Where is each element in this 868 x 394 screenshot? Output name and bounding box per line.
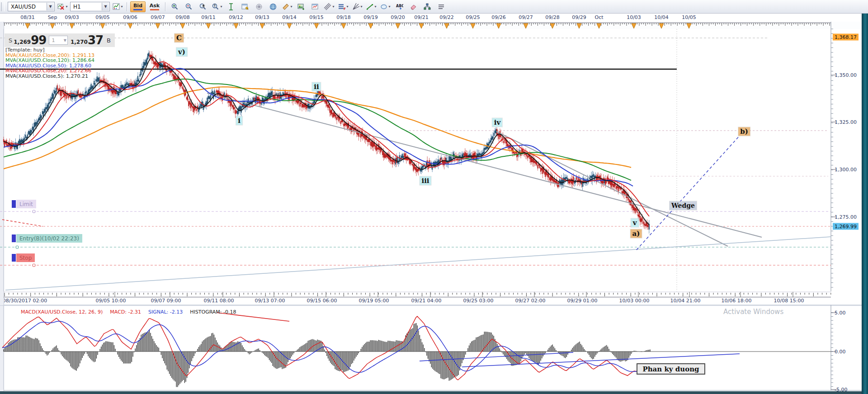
- amount-value: 1: [52, 38, 55, 43]
- divergence-annotation[interactable]: Phan ky duong: [637, 363, 705, 375]
- limit-order-text: Limit: [16, 200, 36, 208]
- wave-label-a[interactable]: a): [631, 230, 642, 238]
- timeframe-combo-value: H1: [73, 4, 81, 10]
- wave-label-v[interactable]: v: [631, 219, 639, 227]
- symbol-combo-value: XAU/USD: [11, 4, 36, 10]
- entry-order-label[interactable]: Entry(B)(10/02 22:23): [11, 234, 82, 243]
- template-label: [Template: huy]: [5, 47, 94, 53]
- mva-legend-line: MVA(XAU/USD.Close,20): 1,272.66: [5, 68, 94, 74]
- ask-underline: [150, 9, 159, 10]
- macd-legend-item: MACD(XAU/USD.Close, 12, 26, 9): [21, 309, 103, 315]
- chevron-down-icon[interactable]: ▾: [388, 5, 390, 9]
- zoom-in-icon[interactable]: [169, 1, 181, 13]
- ellipse-icon[interactable]: ▾: [379, 1, 392, 13]
- price-tick-label: 1,325.00: [835, 119, 857, 125]
- order-color-square: [11, 234, 16, 243]
- ask-button-label: Ask: [150, 3, 160, 9]
- sell-price-main: 1,269: [14, 39, 31, 45]
- price-tick-label: 1,350.00: [835, 72, 857, 78]
- wave-label-v[interactable]: v): [176, 48, 187, 56]
- toolbar-grip[interactable]: [1, 2, 5, 11]
- fib-lines-icon[interactable]: ▾: [323, 1, 335, 13]
- mva-legend-line: MVA(XAU/USD.Close,120): 1,286.64: [5, 58, 94, 63]
- symbol-combo[interactable]: XAU/USD ▼: [8, 2, 55, 11]
- zoom-range-icon[interactable]: ▾: [211, 1, 223, 13]
- chart-type-icon[interactable]: ▾: [111, 1, 124, 13]
- buy-price-pips[interactable]: 37: [88, 34, 103, 46]
- price-tick-label: 1,300.00: [835, 167, 857, 173]
- order-color-square: [11, 200, 16, 208]
- object-tree-icon[interactable]: [421, 1, 434, 13]
- chevron-down-icon[interactable]: ▾: [332, 5, 334, 9]
- toolbar-separator: [127, 2, 127, 11]
- svg-text:ABC: ABC: [396, 4, 403, 8]
- macd-tick-label: 0.00: [835, 349, 846, 355]
- high-price-badge: 1,368.17: [833, 34, 859, 41]
- add-image-icon[interactable]: [295, 1, 307, 13]
- wave-label-iv[interactable]: iv: [492, 118, 502, 127]
- trading-station-window: 08/31Sep09/0309/0509/0609/0709/0809/1109…: [0, 0, 868, 394]
- wave-label-i[interactable]: i: [236, 117, 242, 125]
- toolbar-separator: [165, 2, 166, 11]
- chevron-down-icon[interactable]: ▾: [220, 5, 222, 9]
- chevron-down-icon[interactable]: ▼: [47, 3, 54, 10]
- macd-legend-item: MACD: -2.31: [110, 309, 141, 315]
- chart-toolbar: XAU/USD ▼ ▾ H1 ▼ ▾ Bid Ask ▾▾▾F▾▾▾▾ABC: [0, 0, 868, 14]
- macd-tick-label: -5.00: [835, 387, 847, 393]
- globe-icon[interactable]: [267, 1, 279, 13]
- wave-label-b[interactable]: b): [738, 127, 750, 136]
- pitchfork-icon[interactable]: ▾: [351, 1, 363, 13]
- chevron-down-icon[interactable]: ▾: [121, 5, 123, 9]
- amount-combo[interactable]: 1 ▼: [49, 36, 68, 45]
- text-label-icon[interactable]: ABC: [393, 1, 406, 13]
- visibility-icon[interactable]: [253, 1, 265, 13]
- zoom-cursor-icon[interactable]: [197, 1, 209, 13]
- wave-label-iii[interactable]: iii: [420, 177, 431, 185]
- chevron-down-icon[interactable]: ▾: [290, 5, 292, 9]
- chart-window-icon[interactable]: [309, 1, 321, 13]
- eraser-icon[interactable]: [407, 1, 420, 13]
- chevron-down-icon[interactable]: ▾: [374, 5, 376, 9]
- wave-label-C[interactable]: C: [175, 34, 184, 42]
- stop-order-label[interactable]: Stop: [11, 253, 35, 262]
- sell-side-label: S: [9, 37, 12, 44]
- chevron-down-icon: ▼: [64, 38, 66, 42]
- zoom-out-icon[interactable]: [183, 1, 195, 13]
- chevron-down-icon[interactable]: ▾: [66, 5, 67, 9]
- remove-chart-icon[interactable]: ▾: [56, 1, 69, 13]
- order-color-square: [11, 253, 16, 262]
- limit-order-label[interactable]: Limit: [11, 200, 36, 208]
- trendline-icon[interactable]: ▾: [365, 1, 377, 13]
- buy-side-label: B: [107, 37, 111, 44]
- stop-order-text: Stop: [16, 253, 35, 262]
- wave-label-ii[interactable]: ii: [312, 83, 321, 91]
- macd-legend-item: HISTOGRAM: -0.18: [190, 309, 236, 315]
- wave-label-Wedge[interactable]: Wedge: [670, 202, 697, 210]
- price-tick-label: 1,275.00: [835, 214, 857, 220]
- svg-text:F: F: [344, 7, 346, 11]
- vertical-cursor-icon[interactable]: [225, 1, 237, 13]
- indicator-list-icon[interactable]: F▾: [337, 1, 349, 13]
- bid-button[interactable]: Bid: [130, 1, 146, 12]
- quote-box: S 1,269 99 1 ▼ 1,270 37 B: [5, 33, 115, 47]
- activate-windows-watermark: Activate Windows: [723, 308, 783, 316]
- ask-button[interactable]: Ask: [147, 1, 162, 12]
- buy-price-main: 1,270: [71, 39, 88, 45]
- properties-icon[interactable]: [239, 1, 251, 13]
- mva-legend-line: MVA(XAU/USD.Close,5): 1,270.21: [5, 74, 94, 79]
- chevron-down-icon[interactable]: ▾: [360, 5, 362, 9]
- sell-price-pips[interactable]: 99: [31, 34, 46, 46]
- menu-icon[interactable]: [435, 1, 448, 13]
- macd-legend: MACD(XAU/USD.Close, 12, 26, 9)MACD: -2.3…: [21, 309, 244, 315]
- chart-canvas[interactable]: [0, 0, 868, 394]
- chevron-down-icon[interactable]: ▼: [102, 3, 109, 10]
- macd-legend-item: SIGNAL: -2.13: [148, 309, 183, 315]
- timeframe-combo[interactable]: H1 ▼: [70, 2, 110, 11]
- entry-order-text: Entry(B)(10/02 22:23): [16, 234, 82, 243]
- current-price-badge: 1,269.99: [833, 223, 859, 230]
- bid-button-label: Bid: [133, 3, 142, 9]
- chevron-down-icon[interactable]: ▾: [346, 5, 348, 9]
- divergence-annotation-label: Phan ky duong: [642, 365, 699, 373]
- ruler-icon[interactable]: ▾: [281, 1, 293, 13]
- indicator-legend: [Template: huy] MVA(XAU/USD.Close,200): …: [5, 47, 94, 79]
